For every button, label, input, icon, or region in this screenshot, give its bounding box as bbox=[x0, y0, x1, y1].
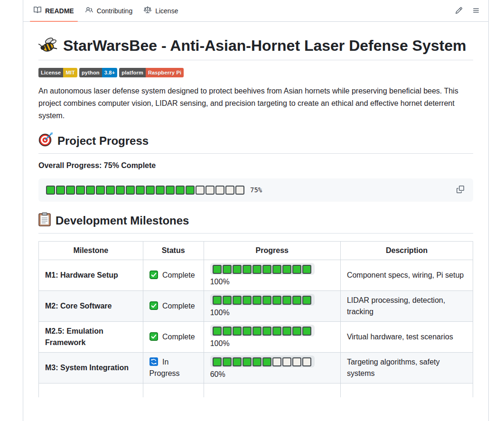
book-icon bbox=[34, 6, 41, 15]
milestones-heading: Development Milestones bbox=[38, 212, 473, 234]
green-square-icon bbox=[223, 327, 232, 336]
description-cell: LIDAR processing, detection, tracking bbox=[340, 290, 473, 321]
green-square-icon bbox=[252, 357, 261, 366]
tab-readme-label: README bbox=[45, 7, 74, 15]
white-square-icon bbox=[225, 186, 234, 195]
green-square-icon bbox=[233, 296, 242, 305]
progress-codeblock: 75% bbox=[38, 178, 473, 202]
milestone-cell: M2: Core Software bbox=[39, 290, 143, 321]
milestones-heading-text: Development Milestones bbox=[56, 214, 189, 227]
status-label: Complete bbox=[162, 271, 195, 279]
people-icon bbox=[85, 6, 93, 15]
check-icon bbox=[149, 332, 158, 341]
status-label: Complete bbox=[162, 333, 195, 341]
green-square-icon bbox=[302, 296, 311, 305]
table-row: M3: System Integration In Progress bbox=[39, 352, 473, 383]
status-cell: In Progress bbox=[143, 352, 204, 383]
green-square-icon bbox=[292, 265, 301, 274]
target-icon bbox=[38, 132, 53, 150]
edit-button[interactable] bbox=[451, 3, 467, 19]
white-square-icon bbox=[272, 357, 281, 366]
white-square-icon bbox=[302, 357, 311, 366]
green-square-icon bbox=[166, 186, 175, 195]
table-row: M1: Hardware Setup Complete bbox=[39, 260, 473, 290]
green-square-icon bbox=[66, 186, 75, 195]
overall-progress-label: Overall Progress: 75% Complete bbox=[38, 161, 473, 170]
progress-percent: 100% bbox=[210, 276, 334, 288]
green-square-icon bbox=[282, 296, 291, 305]
page-title: StarWarsBee - Anti-Asian-Hornet Laser De… bbox=[38, 36, 473, 60]
bee-icon bbox=[38, 37, 63, 54]
green-square-icon bbox=[272, 296, 281, 305]
python-badge: python3.8+ bbox=[79, 68, 117, 77]
green-square-icon bbox=[233, 265, 242, 274]
badge-row: LicenseMIT python3.8+ platformRaspberry … bbox=[38, 68, 473, 77]
project-description: An autonomous laser defense system desig… bbox=[38, 85, 473, 122]
green-square-icon bbox=[106, 186, 115, 195]
progress-squares bbox=[210, 294, 315, 306]
readme-content: StarWarsBee - Anti-Asian-Hornet Laser De… bbox=[23, 22, 488, 397]
outline-button[interactable] bbox=[468, 3, 484, 19]
badge-value: MIT bbox=[63, 68, 77, 77]
file-tabbar: README Contributing License bbox=[23, 0, 488, 22]
green-square-icon bbox=[252, 296, 261, 305]
check-icon bbox=[149, 271, 158, 279]
page-title-text: StarWarsBee - Anti-Asian-Hornet Laser De… bbox=[63, 37, 466, 54]
green-square-icon bbox=[252, 265, 261, 274]
green-square-icon bbox=[243, 296, 252, 305]
green-square-icon bbox=[243, 357, 252, 366]
milestone-cell: M1: Hardware Setup bbox=[39, 260, 143, 290]
green-square-icon bbox=[86, 186, 95, 195]
green-square-icon bbox=[213, 265, 222, 274]
green-square-icon bbox=[96, 186, 105, 195]
white-square-icon bbox=[292, 357, 301, 366]
law-icon bbox=[144, 6, 151, 15]
badge-label: License bbox=[38, 68, 63, 77]
green-square-icon bbox=[262, 357, 271, 366]
tab-license[interactable]: License bbox=[140, 0, 182, 21]
column-header: Milestone bbox=[39, 241, 143, 260]
green-square-icon bbox=[213, 296, 222, 305]
tab-contributing[interactable]: Contributing bbox=[82, 0, 137, 21]
list-icon bbox=[472, 7, 480, 16]
green-square-icon bbox=[252, 327, 261, 336]
green-square-icon bbox=[233, 357, 242, 366]
progress-bar-percent: 75% bbox=[250, 186, 262, 194]
progress-cell: 100% bbox=[204, 290, 340, 321]
green-square-icon bbox=[282, 327, 291, 336]
status-cell: Complete bbox=[143, 260, 204, 290]
green-square-icon bbox=[126, 186, 135, 195]
tab-license-label: License bbox=[155, 7, 178, 15]
status-cell: Complete bbox=[143, 321, 204, 352]
green-square-icon bbox=[302, 265, 311, 274]
progress-percent: 100% bbox=[210, 307, 334, 318]
green-square-icon bbox=[243, 265, 252, 274]
green-square-icon bbox=[156, 186, 165, 195]
progress-squares bbox=[210, 263, 315, 275]
green-square-icon bbox=[146, 186, 155, 195]
status-cell: Complete bbox=[143, 290, 204, 321]
pencil-icon bbox=[455, 7, 463, 16]
status-label: Complete bbox=[162, 302, 195, 310]
green-square-icon bbox=[233, 327, 242, 336]
milestone-cell: M2.5: Emulation Framework bbox=[39, 321, 143, 352]
progress-squares bbox=[210, 325, 315, 337]
green-square-icon bbox=[116, 186, 125, 195]
green-square-icon bbox=[76, 186, 85, 195]
tab-readme[interactable]: README bbox=[30, 0, 78, 21]
green-square-icon bbox=[262, 296, 271, 305]
column-header: Status bbox=[143, 241, 204, 260]
green-square-icon bbox=[223, 265, 232, 274]
license-badge: LicenseMIT bbox=[38, 68, 77, 77]
green-square-icon bbox=[302, 327, 311, 336]
tab-contributing-label: Contributing bbox=[97, 7, 133, 15]
white-square-icon bbox=[215, 186, 224, 195]
green-square-icon bbox=[56, 186, 65, 195]
progress-cell: 100% bbox=[204, 260, 340, 290]
green-square-icon bbox=[292, 327, 301, 336]
milestones-table: MilestoneStatusProgressDescription M1: H… bbox=[38, 241, 473, 398]
progress-bar-squares bbox=[46, 186, 245, 195]
copy-button[interactable] bbox=[453, 183, 467, 197]
column-header: Description bbox=[340, 241, 473, 260]
progress-percent: 60% bbox=[210, 369, 334, 380]
